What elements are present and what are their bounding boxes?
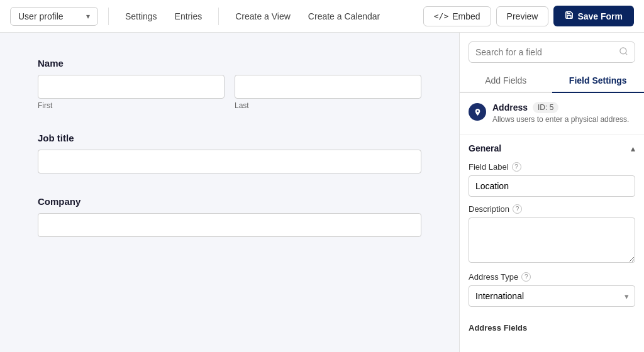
field-label-help-icon[interactable]: ? [512,162,521,172]
create-calendar-nav-link[interactable]: Create a Calendar [302,8,386,25]
description-help-icon[interactable]: ? [513,204,522,214]
last-name-wrap: Last [235,75,421,110]
description-text: Description [469,204,509,214]
name-section: Name First Last [38,58,421,110]
nav-divider-2 [218,8,219,25]
field-label-text: Field Label [469,162,509,172]
profile-select-label: User profile [18,11,64,21]
address-type-label-row: Address Type ? [469,272,635,282]
job-title-label: Job title [38,133,421,143]
field-card-title: Address [492,102,528,113]
save-icon [565,11,574,21]
search-icon [619,47,628,58]
field-card-info: Address ID: 5 Allows users to enter a ph… [492,102,635,125]
general-section: General ▴ Field Label ? Description ? Ad… [460,135,644,323]
address-fields-label: Address Fields [460,323,644,339]
first-name-wrap: First [38,75,225,110]
location-pin-icon [469,103,486,121]
address-type-help-icon[interactable]: ? [521,272,531,282]
main-layout: Name First Last Job title Company [0,33,644,352]
company-section: Company [38,196,421,237]
first-sub-label: First [38,101,225,110]
embed-button-label: Embed [452,11,480,21]
name-row: First Last [38,75,421,110]
field-label-row: Field Label ? [469,162,635,172]
field-card-desc: Allows users to enter a physical address… [492,114,635,125]
save-form-label: Save Form [577,11,623,21]
search-input[interactable] [475,47,614,57]
embed-button[interactable]: </> Embed [423,6,491,26]
field-card: Address ID: 5 Allows users to enter a ph… [460,93,644,135]
embed-code-icon: </> [434,11,448,21]
profile-select[interactable]: User profile ▾ [10,7,98,26]
tab-row: Add Fields Field Settings [460,69,644,93]
last-sub-label: Last [235,101,421,110]
save-form-button[interactable]: Save Form [553,6,634,26]
address-type-text: Address Type [469,272,518,282]
job-title-input[interactable] [38,150,421,173]
top-nav: User profile ▾ Settings Entries Create a… [0,0,644,33]
nav-divider [108,8,109,25]
address-type-select-wrap: International US Only Canada Only ▾ [469,285,635,307]
job-title-section: Job title [38,133,421,173]
chevron-up-icon[interactable]: ▴ [631,143,635,153]
tab-add-fields[interactable]: Add Fields [460,69,552,92]
right-panel: Add Fields Field Settings Address ID: 5 … [459,33,644,352]
svg-point-0 [620,48,626,54]
general-section-title: General [469,143,501,153]
preview-button[interactable]: Preview [496,6,549,26]
name-label: Name [38,58,421,69]
form-area: Name First Last Job title Company [0,33,459,352]
field-id-badge: ID: 5 [533,102,558,113]
svg-line-1 [625,53,627,55]
search-bar [469,41,635,63]
tab-field-settings[interactable]: Field Settings [552,69,645,93]
first-name-input[interactable] [38,75,225,99]
address-type-select[interactable]: International US Only Canada Only [469,285,635,307]
company-label: Company [38,196,421,207]
entries-nav-link[interactable]: Entries [169,8,209,25]
create-view-nav-link[interactable]: Create a View [229,8,297,25]
field-label-input[interactable] [469,175,635,197]
general-section-header: General ▴ [469,143,635,153]
company-input[interactable] [38,213,421,237]
settings-nav-link[interactable]: Settings [119,8,164,25]
last-name-input[interactable] [235,75,421,99]
description-label-row: Description ? [469,204,635,214]
chevron-down-icon: ▾ [86,12,90,21]
description-textarea[interactable] [469,217,635,263]
